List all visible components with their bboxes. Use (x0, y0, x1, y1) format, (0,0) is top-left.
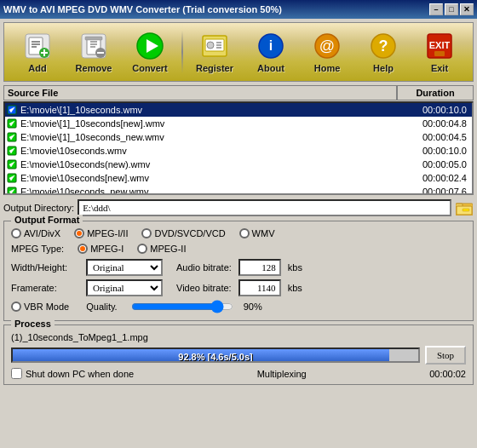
video-bitrate-input[interactable] (238, 279, 281, 296)
file-name: E:\movie\[1]_10seconds_new.wmv (20, 132, 400, 142)
stop-button[interactable]: Stop (425, 346, 466, 365)
output-dir-input[interactable] (78, 199, 451, 216)
file-duration: 00:00:07.6 (400, 187, 470, 195)
file-name: E:\movie\10seconds.wmv (20, 146, 400, 156)
format-radio-row: AVI/DivX MPEG-I/II DVD/SVCD/VCD WMV (11, 228, 466, 238)
audio-bitrate-input[interactable] (238, 259, 281, 276)
mpeg-type-label: MPEG Type: (11, 244, 64, 254)
process-label: Process (11, 319, 55, 329)
format-radio-mpeg-i-ii[interactable]: MPEG-I/II (74, 228, 128, 238)
window-title: WMV to AVI MPEG DVD WMV Converter (Trial… (3, 4, 282, 14)
file-status-icon (7, 173, 17, 183)
mpeg1-radio[interactable]: MPEG-I (78, 244, 124, 254)
vbr-mode-label: VBR Mode (24, 302, 69, 312)
remove-icon (78, 31, 109, 61)
register-button[interactable]: Register (188, 26, 241, 78)
width-height-select[interactable]: Original320x240640x480720x480720x576 (86, 259, 163, 276)
window-controls: – □ ✕ (429, 3, 474, 15)
toolbar: Add Remove (3, 22, 474, 82)
width-height-row: Width/Height: Original320x240640x480720x… (11, 259, 466, 276)
convert-button[interactable]: Convert (124, 26, 176, 78)
file-row[interactable]: E:\movie\10seconds(new).wmv 00:00:05.0 (5, 158, 472, 171)
separator-1 (181, 31, 183, 73)
exit-button[interactable]: EXIT Exit (413, 26, 466, 78)
mpeg1-label: MPEG-I (90, 244, 124, 254)
quality-slider[interactable] (131, 300, 233, 313)
home-label: Home (314, 63, 341, 73)
format-radio-wmv[interactable]: WMV (239, 228, 275, 238)
shutdown-label: Shut down PC when done (26, 369, 134, 379)
progress-text: 92.8% [4.6s/5.0s] (13, 349, 418, 363)
svg-text:@: @ (319, 37, 335, 55)
file-name: E:\movie\10seconds_new.wmv (20, 187, 400, 195)
close-button[interactable]: ✕ (460, 3, 474, 15)
file-list-header: Source File Duration (3, 85, 474, 101)
file-name: E:\movie\10seconds(new).wmv (20, 159, 400, 169)
kbs2-label: kbs (288, 283, 302, 293)
file-row[interactable]: E:\movie\[1]_10seconds.wmv 00:00:10.0 (5, 103, 472, 117)
format-label: MPEG-I/II (87, 228, 128, 238)
add-label: Add (28, 63, 46, 73)
format-label: DVD/SVCD/VCD (154, 228, 225, 238)
help-icon: ? (368, 31, 399, 61)
svg-text:EXIT: EXIT (429, 40, 451, 50)
file-list[interactable]: E:\movie\[1]_10seconds.wmv 00:00:10.0 E:… (3, 101, 474, 195)
home-button[interactable]: @ Home (301, 26, 353, 78)
about-button[interactable]: i About (244, 26, 297, 78)
remove-label: Remove (76, 63, 112, 73)
file-name: E:\movie\[1]_10seconds.wmv (20, 105, 400, 115)
format-label: WMV (252, 228, 275, 238)
kbs1-label: kbs (288, 262, 302, 273)
svg-rect-50 (463, 209, 469, 211)
format-radio-dvd-svcd-vcd[interactable]: DVD/SVCD/VCD (141, 228, 225, 238)
register-icon (199, 31, 230, 61)
add-icon (22, 31, 53, 61)
file-row[interactable]: E:\movie\10seconds[new].wmv 00:00:02.4 (5, 171, 472, 185)
vbr-radio[interactable]: VBR Mode (11, 302, 69, 312)
file-row[interactable]: E:\movie\10seconds.wmv 00:00:10.0 (5, 144, 472, 158)
width-height-label: Width/Height: (11, 262, 79, 273)
svg-text:?: ? (379, 37, 388, 55)
file-status-icon (7, 118, 17, 129)
file-status-icon (7, 187, 17, 195)
convert-label: Convert (132, 63, 168, 73)
format-label: AVI/DivX (24, 228, 60, 238)
format-radio-avi-divx[interactable]: AVI/DivX (11, 228, 60, 238)
file-status-icon (7, 132, 17, 142)
file-duration: 00:00:04.8 (400, 118, 470, 129)
add-button[interactable]: Add (11, 26, 64, 78)
file-duration: 00:00:10.0 (400, 105, 470, 115)
progress-row: 92.8% [4.6s/5.0s] Stop (11, 346, 466, 365)
file-row[interactable]: E:\movie\10seconds_new.wmv 00:00:07.6 (5, 185, 472, 195)
framerate-select[interactable]: Original242529.9730 (86, 279, 163, 296)
vbr-row: VBR Mode Quality. 90% (11, 300, 466, 313)
process-filename: (1)_10seconds_ToMpeg1_1.mpg (11, 332, 466, 342)
help-button[interactable]: ? Help (357, 26, 410, 78)
file-duration: 00:00:05.0 (400, 159, 470, 169)
about-icon: i (256, 31, 286, 61)
maximize-button[interactable]: □ (445, 3, 458, 15)
radio-dot (141, 228, 152, 238)
help-label: Help (373, 63, 394, 73)
shutdown-checkbox[interactable] (11, 368, 22, 379)
file-row[interactable]: E:\movie\[1]_10seconds[new].wmv 00:00:04… (5, 117, 472, 130)
framerate-row: Framerate: Original242529.9730 Video bit… (11, 279, 466, 296)
file-status-icon (7, 105, 17, 115)
multiplex-label: Multiplexing (257, 369, 307, 379)
duration-column-header: Duration (397, 85, 474, 101)
mpeg2-radio[interactable]: MPEG-II (137, 244, 186, 254)
mpeg1-radio-dot (78, 244, 88, 254)
exit-icon: EXIT (424, 31, 455, 61)
radio-dot (74, 228, 84, 238)
file-duration: 00:00:04.5 (400, 132, 470, 142)
remove-button[interactable]: Remove (67, 26, 120, 78)
output-format-box: Output Format AVI/DivX MPEG-I/II DVD/SVC… (3, 221, 474, 321)
file-duration: 00:00:02.4 (400, 173, 470, 183)
svg-point-20 (207, 42, 214, 49)
video-bitrate-label: Video bitrate: (176, 283, 232, 293)
file-row[interactable]: E:\movie\[1]_10seconds_new.wmv 00:00:04.… (5, 130, 472, 144)
minimize-button[interactable]: – (429, 3, 443, 15)
source-column-header: Source File (3, 85, 397, 101)
output-dir-label: Output Directory: (3, 203, 74, 213)
browse-folder-button[interactable] (455, 198, 474, 217)
